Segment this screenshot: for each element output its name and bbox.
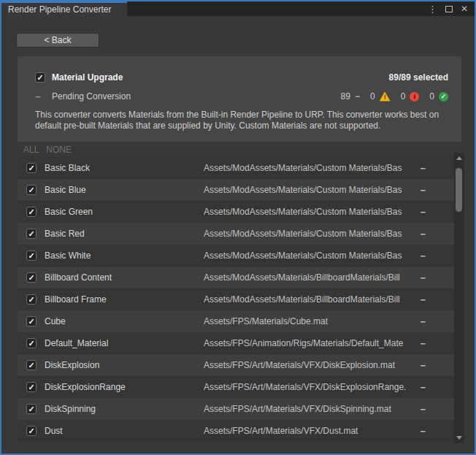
material-name: DiskSpinning [45,404,96,414]
status-dash-icon: − [420,272,426,283]
material-row[interactable]: DiskExplosionRange Assets/FPS/Art/Materi… [18,376,454,398]
material-path: Assets/FPS/Art/Materials/VFX/Dust.mat [204,426,413,436]
select-all-button[interactable]: ALL [23,145,39,155]
menu-icon[interactable]: ⋮ [428,4,437,14]
material-checkbox[interactable] [26,382,37,392]
render-pipeline-converter-window: Render Pipeline Converter ⋮ ✕ < Back Mat… [0,0,476,455]
close-icon[interactable]: ✕ [461,4,468,13]
error-circle-icon [410,92,419,102]
pending-dash-icon[interactable]: − [35,91,45,102]
material-name: Basic Green [45,207,93,217]
warning-triangle-icon [380,92,391,102]
material-checkbox[interactable] [26,272,37,283]
check-circle-icon [439,92,448,102]
material-name: Basic Red [45,229,85,239]
material-path: Assets/FPS/Animation/Rigs/Materials/Defa… [204,338,413,348]
material-checkbox[interactable] [26,404,37,414]
selected-count: 89/89 selected [389,72,448,83]
material-name: Cube [45,316,66,326]
material-name: Basic White [45,251,91,261]
material-row[interactable]: Basic Red Assets/ModAssets/Materials/Cus… [18,223,454,245]
material-checkbox[interactable] [26,229,37,239]
titlebar: Render Pipeline Converter ⋮ ✕ [1,1,475,16]
pending-label: Pending Conversion [52,91,131,102]
select-none-button[interactable]: NONE [46,145,72,155]
material-checkbox[interactable] [26,207,37,217]
material-checkbox[interactable] [26,163,37,173]
material-row[interactable]: Billboard Content Assets/ModAssets/Mater… [18,267,454,288]
material-name: Dust [45,426,63,436]
material-path: Assets/FPS/Art/Materials/VFX/DiskSpinnin… [204,404,413,414]
selection-controls: ALL NONE [23,145,72,155]
material-path: Assets/ModAssets/Materials/BillboardMate… [204,272,413,283]
material-path: Assets/FPS/Art/Materials/VFX/DiskExplosi… [204,382,413,392]
material-path: Assets/ModAssets/Materials/Custom Materi… [204,185,413,195]
status-dash-icon: − [420,207,426,218]
conversion-stats: 89 − 0 0 0 [341,91,448,102]
success-count: 0 [429,91,434,102]
material-name: DiskExplosionRange [45,382,126,392]
status-dash-icon: − [420,229,426,240]
material-path: Assets/FPS/Materials/Cube.mat [204,316,413,326]
status-dash-icon: − [420,294,426,305]
window-title: Render Pipeline Converter [8,4,111,15]
scrollbar[interactable] [454,153,464,443]
converter-header-row: Material Upgrade 89/89 selected [35,72,448,83]
converter-title: Material Upgrade [52,72,123,83]
material-row[interactable]: Billboard Frame Assets/ModAssets/Materia… [18,288,454,310]
material-checkbox[interactable] [26,185,37,195]
material-row[interactable]: Basic White Assets/ModAssets/Materials/C… [18,245,454,267]
material-name: Billboard Frame [45,294,107,305]
status-dash-icon: − [420,316,426,327]
converter-panel: Material Upgrade 89/89 selected − Pendin… [18,56,461,142]
material-path: Assets/ModAssets/Materials/BillboardMate… [204,294,413,305]
material-row[interactable]: Basic Green Assets/ModAssets/Materials/C… [18,201,454,223]
pending-status-dash-icon: − [355,91,360,102]
material-row[interactable]: Basic Black Assets/ModAssets/Materials/C… [18,157,454,179]
status-dash-icon: − [420,338,426,349]
status-dash-icon: − [420,360,426,371]
converter-description: This converter converts Materials from t… [35,110,448,131]
material-checkbox[interactable] [26,294,37,305]
material-row[interactable]: DiskSpinning Assets/FPS/Art/Materials/VF… [18,398,454,420]
window-tab[interactable]: Render Pipeline Converter [1,1,127,16]
status-dash-icon: − [420,426,426,437]
pending-conversion-row: − Pending Conversion 89 − 0 0 0 [35,91,448,102]
material-name: Basic Blue [45,185,86,195]
scroll-up-icon[interactable] [456,156,462,160]
material-path: Assets/ModAssets/Materials/Custom Materi… [204,251,413,261]
material-upgrade-checkbox[interactable] [35,72,45,83]
material-path: Assets/ModAssets/Materials/Custom Materi… [204,163,413,173]
status-dash-icon: − [420,251,426,261]
materials-list: Basic Black Assets/ModAssets/Materials/C… [18,157,454,442]
material-row[interactable]: Dust Assets/FPS/Art/Materials/VFX/Dust.m… [18,420,454,442]
warning-count: 0 [370,91,375,102]
material-checkbox[interactable] [26,251,37,261]
material-path: Assets/FPS/Art/Materials/VFX/DiskExplosi… [204,360,413,370]
status-dash-icon: − [420,382,426,393]
material-row[interactable]: Basic Blue Assets/ModAssets/Materials/Cu… [18,179,454,201]
material-checkbox[interactable] [26,426,37,436]
material-row[interactable]: Cube Assets/FPS/Materials/Cube.mat − [18,310,454,332]
status-dash-icon: − [420,185,426,196]
scrollbar-thumb[interactable] [456,168,462,212]
material-checkbox[interactable] [26,316,37,326]
maximize-icon[interactable] [445,6,453,12]
window-controls: ⋮ ✕ [428,1,475,16]
pending-count: 89 [341,91,350,102]
material-name: Default_Material [45,338,108,348]
material-path: Assets/ModAssets/Materials/Custom Materi… [204,229,413,239]
material-checkbox[interactable] [26,360,37,370]
error-count: 0 [401,91,406,102]
material-name: Basic Black [45,163,90,173]
material-checkbox[interactable] [26,338,37,348]
material-name: Billboard Content [45,272,112,283]
status-dash-icon: − [420,163,426,174]
scroll-down-icon[interactable] [456,436,462,440]
back-button[interactable]: < Back [16,33,99,47]
material-row[interactable]: Default_Material Assets/FPS/Animation/Ri… [18,332,454,354]
material-name: DiskExplosion [45,360,99,370]
material-row[interactable]: DiskExplosion Assets/FPS/Art/Materials/V… [18,354,454,376]
status-dash-icon: − [420,404,426,415]
material-path: Assets/ModAssets/Materials/Custom Materi… [204,207,413,217]
